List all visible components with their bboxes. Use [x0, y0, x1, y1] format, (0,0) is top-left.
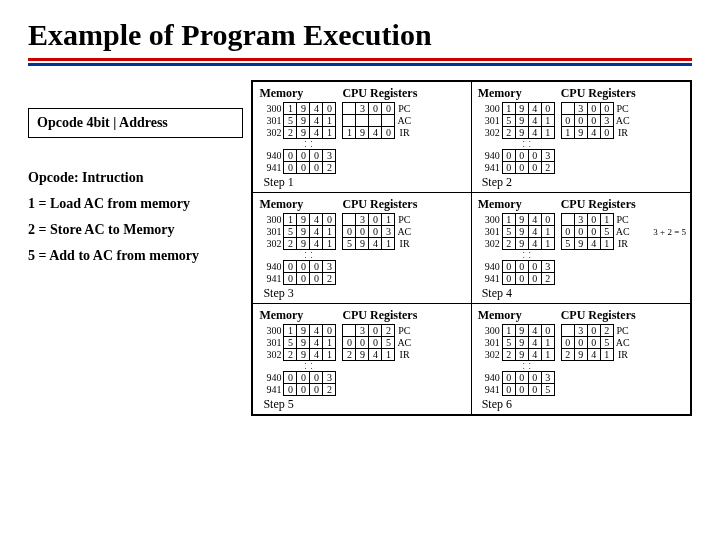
execution-grid: Memory300194030159413022941· ·· ·9400003… — [251, 80, 692, 416]
cpu-header: CPU Registers — [342, 308, 417, 323]
step-label: Step 4 — [478, 286, 684, 301]
opcode-5: 5 = Add to AC from memory — [28, 248, 243, 264]
step-label: Step 1 — [259, 175, 464, 190]
step-cell: Memory300194030159413022941· ·· ·9400003… — [472, 304, 690, 414]
cpu-header: CPU Registers — [561, 86, 636, 101]
step-cell: Memory300194030159413022941· ·· ·9400003… — [472, 82, 690, 192]
slide-title: Example of Program Execution — [28, 18, 692, 52]
memory-header: Memory — [478, 197, 555, 212]
opcode-format-box: Opcode 4bit | Address — [28, 108, 243, 138]
step-cell: Memory300194030159413022941· ·· ·9400003… — [253, 193, 471, 303]
opcode-2: 2 = Store AC to Memory — [28, 222, 243, 238]
memory-header: Memory — [259, 197, 336, 212]
step-cell: Memory300194030159413022941· ·· ·9400003… — [253, 82, 471, 192]
step-label: Step 2 — [478, 175, 684, 190]
memory-header: Memory — [259, 308, 336, 323]
cpu-header: CPU Registers — [342, 197, 417, 212]
step-label: Step 5 — [259, 397, 464, 412]
arith-annotation: 3 + 2 = 5 — [653, 227, 686, 237]
opcode-section-label: Opcode: Intruction — [28, 170, 243, 186]
memory-header: Memory — [478, 308, 555, 323]
memory-header: Memory — [478, 86, 555, 101]
cpu-header: CPU Registers — [561, 197, 636, 212]
step-label: Step 3 — [259, 286, 464, 301]
step-cell: Memory300194030159413022941· ·· ·9400003… — [472, 193, 690, 303]
left-panel: Opcode 4bit | Address Opcode: Intruction… — [28, 80, 243, 274]
memory-header: Memory — [259, 86, 336, 101]
opcode-1: 1 = Load AC from memory — [28, 196, 243, 212]
cpu-header: CPU Registers — [561, 308, 636, 323]
step-label: Step 6 — [478, 397, 684, 412]
step-cell: Memory300194030159413022941· ·· ·9400003… — [253, 304, 471, 414]
title-underline — [28, 58, 692, 66]
cpu-header: CPU Registers — [342, 86, 417, 101]
